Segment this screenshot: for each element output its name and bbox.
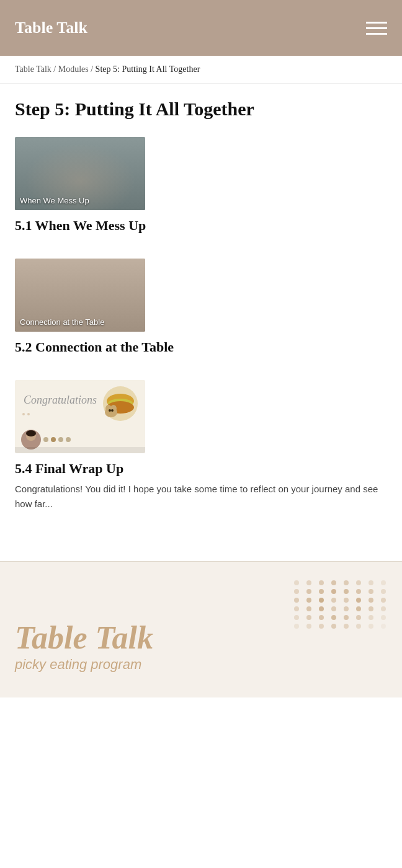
- svg-point-34: [27, 413, 30, 415]
- svg-point-46: [26, 430, 36, 436]
- lesson-thumb-label-5-2: Connection at the Table: [20, 317, 104, 327]
- lesson-thumbnail-5-4[interactable]: Congratulations: [15, 380, 145, 453]
- svg-rect-6: [41, 166, 60, 178]
- thumbnail-image-5-4: Congratulations: [15, 380, 145, 453]
- breadcrumb-sep-2: /: [91, 64, 95, 74]
- page-title: Step 5: Putting It All Together: [15, 99, 387, 120]
- footer-logo-text: Table Talk: [15, 622, 153, 654]
- svg-rect-14: [104, 198, 112, 210]
- lesson-thumbnail-5-1[interactable]: When We Mess Up: [15, 137, 145, 210]
- hamburger-line-3: [366, 33, 387, 35]
- breadcrumb-sep-1: /: [53, 64, 58, 74]
- main-content: Step 5: Putting It All Together: [0, 84, 402, 561]
- svg-point-43: [111, 409, 114, 412]
- lesson-thumb-label-5-1: When We Mess Up: [20, 196, 89, 205]
- svg-rect-1: [15, 137, 145, 187]
- breadcrumb-home[interactable]: Table Talk: [15, 64, 51, 74]
- svg-rect-29: [15, 268, 34, 311]
- svg-point-33: [22, 413, 25, 415]
- svg-point-8: [93, 149, 110, 169]
- svg-rect-24: [67, 286, 87, 316]
- svg-rect-4: [15, 156, 65, 165]
- footer-sub-text: picky eating program: [15, 657, 153, 673]
- lesson-item-5-2[interactable]: Connection at the Table 5.2 Connection a…: [15, 259, 387, 355]
- svg-rect-11: [84, 169, 93, 192]
- svg-rect-17: [15, 259, 145, 311]
- svg-point-49: [58, 437, 63, 442]
- lesson-thumbnail-5-2[interactable]: Connection at the Table: [15, 259, 145, 332]
- footer-logo: Table Talk picky eating program: [15, 622, 153, 673]
- svg-point-50: [66, 437, 71, 442]
- lesson-item-5-1[interactable]: When We Mess Up 5.1 When We Mess Up: [15, 137, 387, 234]
- svg-text:Congratulations: Congratulations: [24, 394, 97, 406]
- lesson-description-5-4: Congratulations! You did it! I hope you …: [15, 482, 387, 512]
- lesson-item-5-4[interactable]: Congratulations: [15, 380, 387, 512]
- svg-rect-51: [15, 447, 145, 453]
- svg-rect-12: [129, 169, 138, 192]
- svg-rect-26: [92, 287, 100, 308]
- svg-rect-13: [94, 198, 102, 210]
- svg-rect-25: [60, 287, 68, 308]
- lesson-title-5-1: 5.1 When We Mess Up: [15, 218, 387, 234]
- footer-dots-pattern: [294, 580, 390, 629]
- svg-rect-19: [96, 264, 130, 298]
- hamburger-line-1: [366, 22, 387, 24]
- site-title: Table Talk: [15, 19, 87, 37]
- svg-point-48: [51, 437, 56, 442]
- breadcrumb-current: Step 5: Putting It All Together: [96, 64, 200, 74]
- svg-point-9: [93, 148, 110, 161]
- hamburger-line-2: [366, 27, 387, 29]
- site-header: Table Talk: [0, 0, 402, 56]
- svg-point-23: [68, 267, 86, 278]
- svg-rect-3: [15, 156, 65, 187]
- svg-rect-7: [83, 143, 120, 174]
- svg-rect-10: [92, 168, 112, 199]
- svg-rect-5: [20, 166, 38, 178]
- svg-point-42: [109, 409, 111, 412]
- lesson-title-5-2: 5.2 Connection at the Table: [15, 339, 387, 355]
- breadcrumb-modules[interactable]: Modules: [58, 64, 89, 74]
- menu-button[interactable]: [366, 22, 387, 35]
- svg-point-47: [43, 437, 48, 442]
- footer: Table Talk picky eating program: [0, 561, 402, 698]
- svg-point-22: [68, 268, 86, 286]
- breadcrumb: Table Talk / Modules / Step 5: Putting I…: [0, 56, 402, 84]
- lesson-title-5-4: 5.4 Final Wrap Up: [15, 461, 387, 477]
